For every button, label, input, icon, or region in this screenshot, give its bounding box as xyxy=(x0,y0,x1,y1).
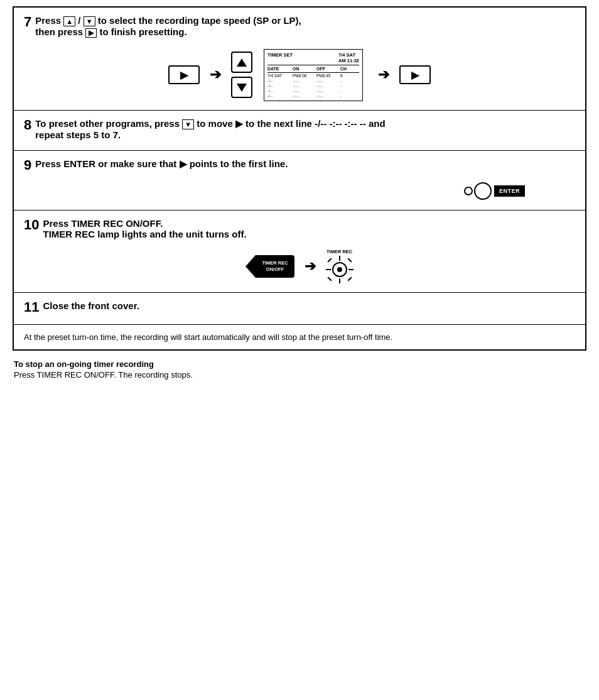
step-8-section: 8 To preset other programs, press ▼ to m… xyxy=(14,111,585,151)
note-text: At the preset turn-on time, the recordin… xyxy=(24,332,392,342)
col-off: OFF xyxy=(316,67,340,71)
step-11-section: 11 Close the front cover. xyxy=(14,293,585,325)
arrow-right-3: ➔ xyxy=(305,258,316,275)
enter-button-group: ENTER xyxy=(464,181,525,201)
step-7-num: 7 xyxy=(24,15,31,29)
cassette-left-icon: ▶ xyxy=(168,65,200,84)
timer-set-title: TIMER SET xyxy=(267,52,293,63)
timer-set-display: TIMER SET 7/4 SATAM 11:32 DATE ON OFF CH… xyxy=(264,49,363,101)
step-7-header: 7 Press ▲ / ▼ to select the recording ta… xyxy=(24,15,575,38)
col-on: ON xyxy=(293,67,316,71)
step-11-text: Close the front cover. xyxy=(43,300,139,311)
cassette-right-icon: ▶ xyxy=(399,65,431,84)
row1-off: PM8:45 xyxy=(316,74,340,78)
step-11-header: 11 Close the front cover. xyxy=(24,300,575,314)
step-10-section: 10 Press TIMER REC ON/OFF. TIMER REC lam… xyxy=(14,211,585,293)
timer-rec-btn-line1: TIMER REC xyxy=(262,260,288,266)
col-date: DATE xyxy=(267,67,293,71)
lamp-title: TIMER REC xyxy=(326,249,352,254)
footer-section: To stop an on-going timer recording Pres… xyxy=(13,359,586,380)
step-7-text-sub: then press ▶ to finish presetting. xyxy=(35,26,186,37)
timer-set-date-time: 7/4 SATAM 11:32 xyxy=(338,52,359,63)
arrow-right-2: ➔ xyxy=(378,67,389,83)
step-10-header: 10 Press TIMER REC ON/OFF. TIMER REC lam… xyxy=(24,218,575,239)
step-9-text: Press ENTER or make sure that ▶ points t… xyxy=(35,158,288,170)
footer-text: Press TIMER REC ON/OFF. The recording st… xyxy=(14,370,585,380)
row1-ch: 6 xyxy=(340,74,353,78)
step-10-diagram: TIMER REC ON/OFF ➔ TIMER REC xyxy=(24,249,575,283)
down-button[interactable] xyxy=(231,77,252,98)
lamp-icon xyxy=(326,256,353,283)
step-9-diagram: ENTER xyxy=(24,181,575,201)
enter-small-circle xyxy=(464,187,473,195)
step-8-header: 8 To preset other programs, press ▼ to m… xyxy=(24,118,575,140)
step-11-num: 11 xyxy=(24,300,39,314)
row1-date: 7/4 SAT xyxy=(267,74,293,78)
step-9-num: 9 xyxy=(24,158,31,172)
step-9-section: 9 Press ENTER or make sure that ▶ points… xyxy=(14,151,585,211)
instruction-box: 7 Press ▲ / ▼ to select the recording ta… xyxy=(13,6,586,351)
step-10-num: 10 xyxy=(24,218,39,232)
up-down-buttons xyxy=(231,52,252,98)
step-7-text-bold: Press ▲ / ▼ to select the recording tape… xyxy=(35,15,301,26)
step-10-text-bold: Press TIMER REC ON/OFF. xyxy=(43,218,163,229)
timer-rec-lamp: TIMER REC xyxy=(326,249,353,283)
step-7-diagram: ▶ ➔ TIMER SET 7/4 SATAM 11:32 xyxy=(24,49,575,101)
timer-rec-button[interactable]: TIMER REC ON/OFF xyxy=(246,255,294,278)
step-9-header: 9 Press ENTER or make sure that ▶ points… xyxy=(24,158,575,172)
step-8-num: 8 xyxy=(24,118,31,132)
footer-title: To stop an on-going timer recording xyxy=(14,359,585,369)
row1-on: PM8:00 xyxy=(293,74,316,78)
arrow-right-1: ➔ xyxy=(210,67,221,83)
step-7-section: 7 Press ▲ / ▼ to select the recording ta… xyxy=(14,8,585,111)
up-button[interactable] xyxy=(231,52,252,73)
col-ch: CH xyxy=(340,67,353,71)
step-8-sub: repeat steps 5 to 7. xyxy=(35,129,121,140)
enter-circle-group xyxy=(464,181,492,201)
note-section: At the preset turn-on time, the recordin… xyxy=(14,325,585,349)
enter-label[interactable]: ENTER xyxy=(494,185,525,197)
enter-large-circle xyxy=(474,182,492,200)
timer-rec-btn-line2: ON/OFF xyxy=(262,266,288,273)
step-10-text-sub: TIMER REC lamp lights and the unit turns… xyxy=(43,229,246,239)
step-8-text: To preset other programs, press ▼ to mov… xyxy=(35,118,385,129)
